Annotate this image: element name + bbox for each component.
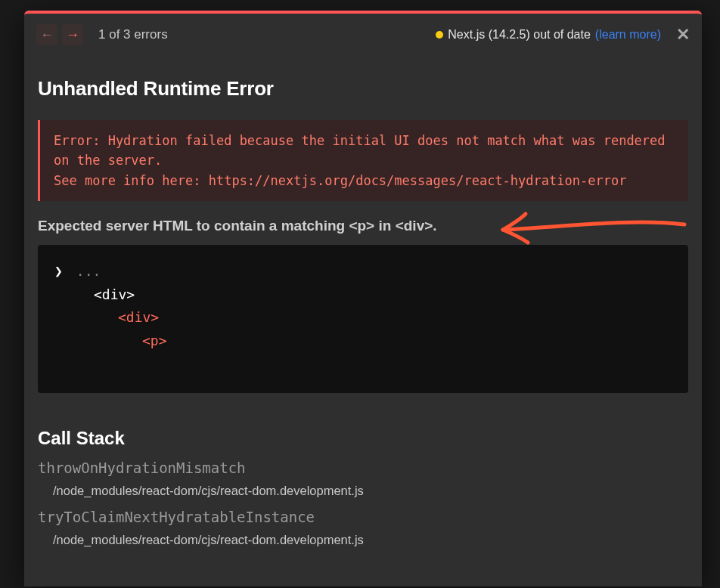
error-message-box: Error: Hydration failed because the init… (38, 120, 688, 201)
error-overlay: ← → 1 of 3 errors Next.js (14.2.5) out o… (24, 11, 702, 586)
ellipsis: ... (76, 263, 101, 279)
expected-row: Expected server HTML to contain a matchi… (38, 218, 688, 234)
error-title: Unhandled Runtime Error (38, 77, 688, 101)
code-line: ❯ ... (54, 260, 672, 283)
code-line: <div> (54, 306, 672, 330)
status-dot-icon (436, 31, 443, 39)
learn-more-link[interactable]: (learn more) (595, 28, 661, 42)
arrow-right-icon: → (66, 28, 79, 42)
stack-frame: tryToClaimNextHydratableInstance /node_m… (38, 509, 688, 547)
stack-frame-path: /node_modules/react-dom/cjs/react-dom.de… (53, 533, 688, 547)
stack-frame-path: /node_modules/react-dom/cjs/react-dom.de… (53, 484, 688, 498)
close-icon: ✕ (676, 25, 690, 44)
topbar: ← → 1 of 3 errors Next.js (14.2.5) out o… (24, 14, 702, 56)
error-counter: 1 of 3 errors (98, 27, 168, 42)
stack-frame-function: throwOnHydrationMismatch (38, 460, 688, 476)
version-status: Next.js (14.2.5) out of date (learn more… (436, 28, 661, 42)
prev-error-button[interactable]: ← (36, 24, 57, 45)
version-text: Next.js (14.2.5) out of date (448, 28, 591, 42)
code-line: <p> (54, 330, 672, 353)
call-stack-heading: Call Stack (38, 428, 688, 449)
stack-frame-function: tryToClaimNextHydratableInstance (38, 509, 688, 525)
close-button[interactable]: ✕ (676, 25, 690, 45)
annotation-arrow-icon (461, 207, 688, 245)
content: Unhandled Runtime Error Error: Hydration… (24, 56, 702, 547)
chevron-right-icon[interactable]: ❯ (54, 260, 68, 283)
next-error-button[interactable]: → (62, 24, 83, 45)
component-stack-code: ❯ ... <div> <div> <p> (38, 245, 688, 393)
stack-frame: throwOnHydrationMismatch /node_modules/r… (38, 460, 688, 498)
arrow-left-icon: ← (40, 28, 54, 42)
code-line: <div> (54, 283, 672, 307)
